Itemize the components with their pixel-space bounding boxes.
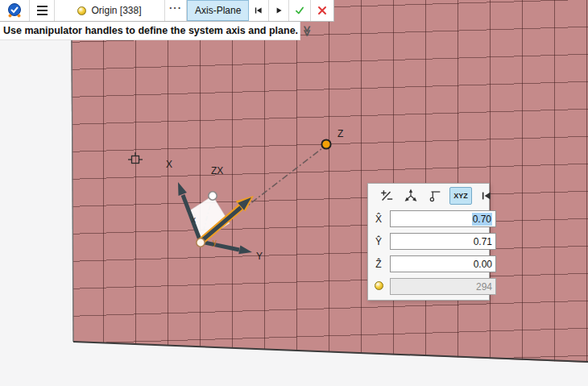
axis-point-icon xyxy=(428,189,442,203)
point-marker[interactable] xyxy=(128,152,143,164)
play-button[interactable] xyxy=(269,0,289,21)
x-component-value: 0.70 xyxy=(472,213,492,226)
origin-point-icon xyxy=(77,6,86,15)
skip-to-start-icon xyxy=(480,189,493,202)
coordinate-input-panel: XYZ X̂ 0.70 Ŷ 0.71 xyxy=(367,183,490,301)
triad-icon xyxy=(404,189,418,203)
plane-normal-ball-handle[interactable] xyxy=(209,192,217,200)
distance-value: 294 xyxy=(476,281,492,293)
y-component-row: Ŷ 0.71 xyxy=(372,233,496,250)
ok-button[interactable] xyxy=(289,0,311,21)
origin-dropdown-label: Origin [338] xyxy=(91,5,141,16)
hamburger-icon xyxy=(37,6,48,15)
z-component-value: 0.00 xyxy=(474,259,492,270)
panel-icon-row: XYZ xyxy=(377,187,496,205)
plus-minus-icon xyxy=(379,189,394,203)
mini-x-label: x xyxy=(192,215,196,224)
panel-reset-button[interactable] xyxy=(477,187,496,205)
y-component-value: 0.71 xyxy=(474,236,492,247)
close-icon xyxy=(316,4,329,17)
xyz-coordinates-toggle[interactable]: XYZ xyxy=(449,187,472,205)
check-icon xyxy=(294,3,305,18)
x-axis-label: X xyxy=(166,159,172,170)
plane-bottom-edge xyxy=(73,342,588,362)
y-axis-label: Y xyxy=(256,251,263,262)
status-message-bar: Use manipulator handles to define the sy… xyxy=(0,22,300,40)
z-component-input[interactable]: 0.00 xyxy=(390,255,496,272)
x-component-input[interactable]: 0.70 xyxy=(390,210,496,227)
mini-y-label: y xyxy=(213,238,217,247)
z-component-row: Ẑ 0.00 xyxy=(372,255,496,272)
triad-orientation-button[interactable] xyxy=(401,187,420,205)
invert-direction-button[interactable] xyxy=(377,187,396,205)
z-axis-label: Z xyxy=(337,128,343,139)
distance-row: 294 xyxy=(372,278,496,295)
play-icon xyxy=(274,4,284,17)
z-hat-label: Ẑ xyxy=(372,259,385,269)
origin-point-icon xyxy=(375,281,383,290)
origin-point-icon-label xyxy=(372,281,385,292)
status-message-text: Use manipulator handles to define the sy… xyxy=(3,25,298,36)
distance-input-disabled: 294 xyxy=(390,278,496,295)
y-axis-arrow[interactable] xyxy=(201,242,252,254)
xyz-toggle-label: XYZ xyxy=(453,192,468,200)
mini-dialog-toolbar: Origin [338] ··· Axis-Plane xyxy=(0,0,334,22)
origin-ball-handle[interactable] xyxy=(197,239,205,247)
point-on-axis-button[interactable] xyxy=(425,187,445,205)
tab-axis-plane-label: Axis-Plane xyxy=(195,5,241,16)
cancel-button[interactable] xyxy=(311,0,333,21)
ellipsis-icon: ··· xyxy=(169,4,182,17)
zx-plane-label: ZX xyxy=(211,165,223,176)
application-window: X Y Z ZX x y Origin [338] ··· Axis-Plane xyxy=(0,0,588,386)
z-axis-ball-handle[interactable] xyxy=(321,139,330,148)
reset-button[interactable] xyxy=(249,0,269,21)
tab-axis-plane[interactable]: Axis-Plane xyxy=(187,0,249,21)
origin-dropdown[interactable]: Origin [338] xyxy=(55,0,165,21)
point-dialog-icon xyxy=(6,2,23,19)
x-hat-label: X̂ xyxy=(372,214,385,224)
skip-to-start-icon xyxy=(254,4,263,17)
panel-body: XYZ X̂ 0.70 Ŷ 0.71 xyxy=(371,184,502,300)
x-component-row: X̂ 0.70 xyxy=(372,210,496,227)
y-hat-label: Ŷ xyxy=(372,237,385,247)
more-options-button[interactable]: ··· xyxy=(165,0,187,21)
plane-left-edge xyxy=(72,23,73,342)
y-component-input[interactable]: 0.71 xyxy=(390,233,496,250)
collapse-chevron-icon[interactable]: ≫ xyxy=(301,25,313,36)
menu-button[interactable] xyxy=(30,0,55,21)
point-dialog-button[interactable] xyxy=(0,0,30,21)
